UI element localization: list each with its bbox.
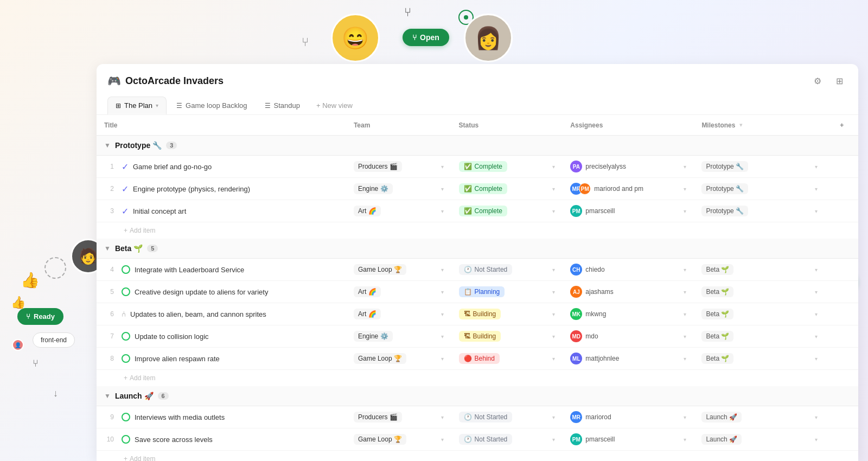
row-status-cell[interactable]: 🕐 Not Started ▾ xyxy=(451,259,563,281)
section-toggle-prototype[interactable]: ▼ Prototype 🔧 3 xyxy=(104,141,851,150)
row-assignee-cell[interactable]: MK mkwng ▾ xyxy=(563,303,694,325)
row-team-cell[interactable]: Art 🌈 ▾ xyxy=(346,281,451,303)
team-dropdown-arrow[interactable]: ▾ xyxy=(441,414,444,420)
status-badge[interactable]: ✅ Complete xyxy=(459,161,507,172)
team-badge[interactable]: Art 🌈 xyxy=(354,286,381,297)
ready-badge[interactable]: ⑂ Ready xyxy=(17,308,63,325)
row-assignee-cell[interactable]: MR PM mariorod and pm ▾ xyxy=(563,178,694,200)
row-status-cell[interactable]: 🏗 Building ▾ xyxy=(451,325,563,348)
row-milestone-cell[interactable]: Launch 🚀 ▾ xyxy=(694,428,825,451)
team-dropdown-arrow[interactable]: ▾ xyxy=(441,356,444,362)
row-team-cell[interactable]: Game Loop 🏆 ▾ xyxy=(346,348,451,370)
milestone-badge[interactable]: Prototype 🔧 xyxy=(701,206,748,216)
row-assignee-cell[interactable]: MD mdo ▾ xyxy=(563,325,694,348)
status-badge[interactable]: 🔴 Behind xyxy=(459,353,500,364)
status-dropdown-arrow[interactable]: ▾ xyxy=(552,164,555,170)
section-toggle-launch[interactable]: ▼ Launch 🚀 6 xyxy=(104,392,851,400)
row-team-cell[interactable]: Engine ⚙️ ▾ xyxy=(346,178,451,200)
milestone-dropdown-arrow[interactable]: ▾ xyxy=(815,267,818,273)
milestone-badge[interactable]: Prototype 🔧 xyxy=(701,161,748,172)
team-badge[interactable]: Art 🌈 xyxy=(354,206,381,216)
team-badge[interactable]: Game Loop 🏆 xyxy=(354,264,406,275)
milestone-badge[interactable]: Prototype 🔧 xyxy=(701,183,748,194)
assignee-dropdown-arrow[interactable]: ▾ xyxy=(684,437,686,443)
milestone-badge[interactable]: Beta 🌱 xyxy=(701,286,733,297)
milestone-dropdown-arrow[interactable]: ▾ xyxy=(815,289,818,295)
milestone-dropdown-arrow[interactable]: ▾ xyxy=(815,186,818,192)
row-team-cell[interactable]: Engine ⚙️ ▾ xyxy=(346,325,451,348)
team-dropdown-arrow[interactable]: ▾ xyxy=(441,208,444,214)
team-dropdown-arrow[interactable]: ▾ xyxy=(441,267,444,273)
assignee-dropdown-arrow[interactable]: ▾ xyxy=(684,414,686,420)
assignee-dropdown-arrow[interactable]: ▾ xyxy=(684,334,686,340)
milestone-badge[interactable]: Launch 🚀 xyxy=(701,434,742,445)
milestones-sort-button[interactable]: ▾ xyxy=(737,120,745,130)
milestone-badge[interactable]: Launch 🚀 xyxy=(701,412,742,422)
row-status-cell[interactable]: 🕐 Not Started ▾ xyxy=(451,428,563,451)
team-badge[interactable]: Game Loop 🏆 xyxy=(354,434,406,445)
team-dropdown-arrow[interactable]: ▾ xyxy=(441,164,444,170)
row-milestone-cell[interactable]: Beta 🌱 ▾ xyxy=(694,325,825,348)
status-badge[interactable]: ✅ Complete xyxy=(459,183,507,194)
milestone-dropdown-arrow[interactable]: ▾ xyxy=(815,311,818,317)
tab-standup[interactable]: ☰ Standup xyxy=(257,97,308,114)
assignee-dropdown-arrow[interactable]: ▾ xyxy=(684,164,686,170)
row-team-cell[interactable]: Producers 🎬 ▾ xyxy=(346,156,451,178)
milestone-dropdown-arrow[interactable]: ▾ xyxy=(815,437,818,443)
status-badge[interactable]: 🕐 Not Started xyxy=(459,264,513,275)
row-milestone-cell[interactable]: Prototype 🔧 ▾ xyxy=(694,200,825,222)
tab-game-loop-backlog[interactable]: ☰ Game loop Backlog xyxy=(169,97,254,114)
row-status-cell[interactable]: 🔴 Behind ▾ xyxy=(451,348,563,370)
team-dropdown-arrow[interactable]: ▾ xyxy=(441,437,444,443)
tab-dropdown-plan[interactable]: ▾ xyxy=(156,103,158,108)
row-status-cell[interactable]: 🏗 Building ▾ xyxy=(451,303,563,325)
row-team-cell[interactable]: Game Loop 🏆 ▾ xyxy=(346,259,451,281)
th-add[interactable]: + xyxy=(825,115,858,136)
settings-button[interactable]: ⚙ xyxy=(809,73,826,89)
status-dropdown-arrow[interactable]: ▾ xyxy=(552,356,555,362)
open-badge-top[interactable]: ⑂ Open xyxy=(403,29,449,46)
row-assignee-cell[interactable]: PM pmarsceill ▾ xyxy=(563,200,694,222)
row-assignee-cell[interactable]: MR mariorod ▾ xyxy=(563,406,694,428)
row-milestone-cell[interactable]: Prototype 🔧 ▾ xyxy=(694,178,825,200)
row-status-cell[interactable]: 🕐 Not Started ▾ xyxy=(451,406,563,428)
milestone-badge[interactable]: Beta 🌱 xyxy=(701,309,733,319)
team-dropdown-arrow[interactable]: ▾ xyxy=(441,334,444,340)
status-dropdown-arrow[interactable]: ▾ xyxy=(552,267,555,273)
milestone-dropdown-arrow[interactable]: ▾ xyxy=(815,208,818,214)
milestone-dropdown-arrow[interactable]: ▾ xyxy=(815,356,818,362)
team-badge[interactable]: Engine ⚙️ xyxy=(354,331,393,342)
team-dropdown-arrow[interactable]: ▾ xyxy=(441,311,444,317)
row-assignee-cell[interactable]: PA preciselyalyss ▾ xyxy=(563,156,694,178)
status-badge[interactable]: 🏗 Building xyxy=(459,331,501,342)
row-assignee-cell[interactable]: AJ ajashams ▾ xyxy=(563,281,694,303)
milestone-dropdown-arrow[interactable]: ▾ xyxy=(815,334,818,340)
status-dropdown-arrow[interactable]: ▾ xyxy=(552,208,555,214)
row-status-cell[interactable]: ✅ Complete ▾ xyxy=(451,156,563,178)
team-badge[interactable]: Game Loop 🏆 xyxy=(354,353,406,364)
status-badge[interactable]: 📋 Planning xyxy=(459,286,505,297)
row-team-cell[interactable]: Art 🌈 ▾ xyxy=(346,303,451,325)
add-item-button-prototype[interactable]: + Add item xyxy=(104,227,155,234)
row-milestone-cell[interactable]: Beta 🌱 ▾ xyxy=(694,303,825,325)
section-toggle-beta[interactable]: ▼ Beta 🌱 5 xyxy=(104,244,851,253)
row-status-cell[interactable]: ✅ Complete ▾ xyxy=(451,200,563,222)
status-dropdown-arrow[interactable]: ▾ xyxy=(552,289,555,295)
row-team-cell[interactable]: Art 🌈 ▾ xyxy=(346,200,451,222)
row-status-cell[interactable]: ✅ Complete ▾ xyxy=(451,178,563,200)
team-dropdown-arrow[interactable]: ▾ xyxy=(441,289,444,295)
status-dropdown-arrow[interactable]: ▾ xyxy=(552,334,555,340)
assignee-dropdown-arrow[interactable]: ▾ xyxy=(684,208,686,214)
milestone-badge[interactable]: Beta 🌱 xyxy=(701,353,733,364)
status-dropdown-arrow[interactable]: ▾ xyxy=(552,311,555,317)
milestone-badge[interactable]: Beta 🌱 xyxy=(701,264,733,275)
status-dropdown-arrow[interactable]: ▾ xyxy=(552,186,555,192)
status-dropdown-arrow[interactable]: ▾ xyxy=(552,414,555,420)
team-badge[interactable]: Producers 🎬 xyxy=(354,412,402,422)
row-milestone-cell[interactable]: Launch 🚀 ▾ xyxy=(694,406,825,428)
layout-button[interactable]: ⊞ xyxy=(831,73,847,89)
status-badge[interactable]: 🕐 Not Started xyxy=(459,434,513,445)
row-milestone-cell[interactable]: Beta 🌱 ▾ xyxy=(694,281,825,303)
row-status-cell[interactable]: 📋 Planning ▾ xyxy=(451,281,563,303)
row-team-cell[interactable]: Game Loop 🏆 ▾ xyxy=(346,428,451,451)
